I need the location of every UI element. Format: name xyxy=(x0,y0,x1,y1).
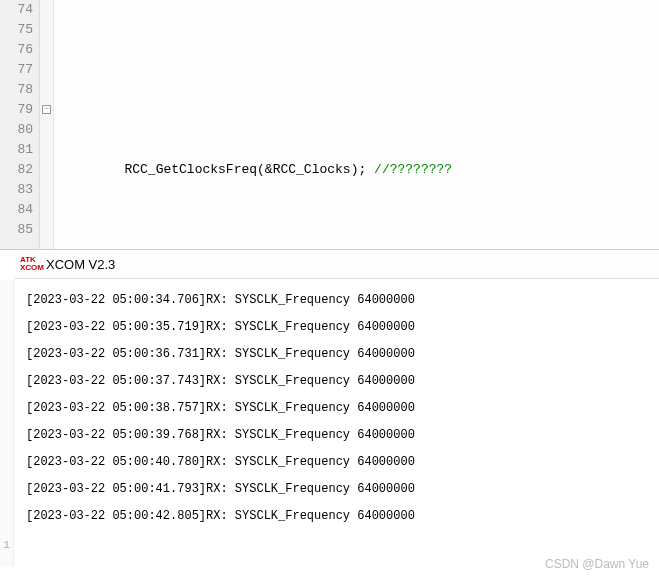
terminal-line: [2023-03-22 05:00:42.805]RX: SYSCLK_Freq… xyxy=(26,503,647,530)
terminal-line: [2023-03-22 05:00:41.793]RX: SYSCLK_Freq… xyxy=(26,476,647,503)
line-number-gutter: 74 75 76 77 78 79 80 81 82 83 84 85 xyxy=(0,0,40,249)
line-number: 85 xyxy=(0,220,33,240)
code-line[interactable] xyxy=(62,100,659,120)
line-number: 77 xyxy=(0,60,33,80)
left-ruler: 1 xyxy=(0,280,14,567)
watermark: CSDN @Dawn Yue xyxy=(545,557,649,571)
fold-toggle-icon[interactable]: − xyxy=(42,105,51,114)
ruler-mark: 1 xyxy=(0,538,13,552)
line-number: 81 xyxy=(0,140,33,160)
terminal-line: [2023-03-22 05:00:40.780]RX: SYSCLK_Freq… xyxy=(26,449,647,476)
code-editor[interactable]: 74 75 76 77 78 79 80 81 82 83 84 85 − RC… xyxy=(0,0,659,250)
line-number: 83 xyxy=(0,180,33,200)
line-number: 78 xyxy=(0,80,33,100)
line-number: 82 xyxy=(0,160,33,180)
line-number: 80 xyxy=(0,120,33,140)
line-number: 74 xyxy=(0,0,33,20)
terminal-line: [2023-03-22 05:00:39.768]RX: SYSCLK_Freq… xyxy=(26,422,647,449)
fold-gutter: − xyxy=(40,0,54,249)
terminal-line: [2023-03-22 05:00:36.731]RX: SYSCLK_Freq… xyxy=(26,341,647,368)
terminal-title: XCOM V2.3 xyxy=(46,257,115,272)
code-area[interactable]: RCC_GetClocksFreq(&RCC_Clocks); //??????… xyxy=(54,0,659,249)
terminal-line: [2023-03-22 05:00:37.743]RX: SYSCLK_Freq… xyxy=(26,368,647,395)
terminal-line: [2023-03-22 05:00:34.706]RX: SYSCLK_Freq… xyxy=(26,287,647,314)
terminal-output[interactable]: [2023-03-22 05:00:34.706]RX: SYSCLK_Freq… xyxy=(14,279,659,538)
terminal-line: [2023-03-22 05:00:35.719]RX: SYSCLK_Freq… xyxy=(26,314,647,341)
xcom-app-icon: ATK XCOM xyxy=(24,256,40,272)
line-number: 75 xyxy=(0,20,33,40)
terminal-line: [2023-03-22 05:00:38.757]RX: SYSCLK_Freq… xyxy=(26,395,647,422)
code-line[interactable]: RCC_GetClocksFreq(&RCC_Clocks); //??????… xyxy=(62,160,659,180)
line-number: 79 xyxy=(0,100,33,120)
code-line[interactable] xyxy=(62,220,659,240)
terminal-titlebar[interactable]: ATK XCOM XCOM V2.3 xyxy=(14,250,659,279)
code-line[interactable] xyxy=(62,40,659,60)
line-number: 84 xyxy=(0,200,33,220)
line-number: 76 xyxy=(0,40,33,60)
